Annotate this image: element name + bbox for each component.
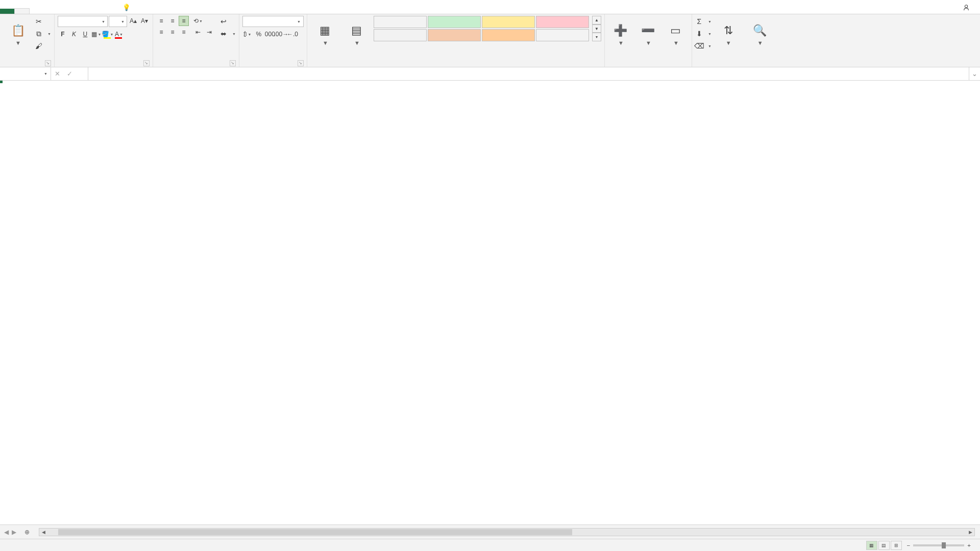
cut-button[interactable]: ✂ [35,16,51,27]
fill-color-button[interactable]: 🪣▼ [103,29,113,39]
table-icon: ▤ [350,23,364,38]
lightbulb-icon: 💡 [122,4,131,11]
font-name-select[interactable]: ▼ [58,16,108,27]
tab-datei[interactable] [0,9,14,14]
share-icon [963,4,970,11]
style-ausgabe[interactable] [374,29,427,41]
sort-icon: ⇅ [721,23,736,38]
group-clipboard: 📋 ▼ ✂ ⧉▼ 🖌 ↘ [0,14,55,67]
sheet-nav-next[interactable]: ▶ [12,529,16,536]
tab-seitenlayout[interactable] [44,9,58,14]
delete-cells-button[interactable]: ➖▼ [635,16,661,54]
formula-bar: ▼ ✕ ✓ ⌄ [0,67,980,81]
worksheet-grid[interactable] [0,81,980,524]
decrease-font-button[interactable]: A▾ [139,16,150,26]
percent-button[interactable]: % [254,29,264,39]
align-left-button[interactable]: ≡ [156,27,166,37]
group-styles: ▦▼ ▤▼ ▲ ▼ ▾ [307,14,605,67]
view-normal-button[interactable]: ▦ [866,541,877,550]
decrease-indent-button[interactable]: ⇤ [193,27,203,37]
dialog-launcher-icon[interactable]: ↘ [143,60,150,66]
sheet-nav-prev[interactable]: ◀ [4,529,9,536]
insert-cells-button[interactable]: ➕▼ [608,16,633,54]
paste-button[interactable]: 📋 ▼ [3,16,33,54]
style-erklaerend[interactable] [536,29,589,41]
currency-button[interactable]: ₿▼ [242,29,253,39]
style-berechnung[interactable] [428,29,481,41]
horizontal-scrollbar[interactable]: ◀ ▶ [39,528,975,536]
clear-button[interactable]: ⌫▼ [695,40,712,52]
fill-button[interactable]: ⬇▼ [695,28,712,39]
tab-einfuegen[interactable] [30,9,44,14]
tab-ansicht[interactable] [101,9,115,14]
group-alignment: ≡ ≡ ≡ ⟲▼ ≡ ≡ ≡ ⇤ ⇥ ↩ ⬌▼ ↘ [153,14,239,67]
zoom-in-button[interactable]: + [967,542,971,548]
accept-formula-button[interactable]: ✓ [63,70,76,78]
align-top-button[interactable]: ≡ [156,16,166,26]
fill-icon: ⬇ [695,30,703,38]
scroll-thumb[interactable] [58,529,573,535]
find-select-button[interactable]: 🔍▼ [745,16,775,54]
font-size-select[interactable]: ▼ [109,16,127,27]
gallery-down-button[interactable]: ▼ [592,24,601,33]
font-color-button[interactable]: A▼ [114,29,124,39]
zoom-slider[interactable] [913,544,964,546]
increase-decimal-button[interactable]: .00→ [276,29,286,39]
dialog-launcher-icon[interactable]: ↘ [298,60,304,66]
view-pagebreak-button[interactable]: ⊞ [891,541,902,550]
number-format-select[interactable]: ▼ [242,16,304,27]
border-button[interactable]: ▦▼ [91,29,102,39]
expand-formula-button[interactable]: ⌄ [969,67,980,80]
merge-center-button[interactable]: ⬌▼ [219,28,236,39]
add-sheet-button[interactable]: ⊕ [20,525,34,539]
scroll-left-button[interactable]: ◀ [39,529,47,536]
group-cells: ➕▼ ➖▼ ▭▼ [605,14,692,67]
tell-me-search[interactable]: 💡 [115,1,141,14]
cond-format-icon: ▦ [318,23,332,38]
merge-icon: ⬌ [219,30,228,38]
align-right-button[interactable]: ≡ [179,27,189,37]
name-box[interactable]: ▼ [0,67,51,80]
decrease-decimal-button[interactable]: ←.0 [287,29,298,39]
tab-daten[interactable] [72,9,87,14]
orientation-button[interactable]: ⟲▼ [193,16,203,26]
gallery-more-button[interactable]: ▾ [592,33,601,41]
zoom-out-button[interactable]: − [907,542,911,548]
italic-button[interactable]: K [69,29,79,39]
copy-icon: ⧉ [35,30,43,38]
autosum-button[interactable]: Σ▼ [695,16,712,27]
view-layout-button[interactable]: ▤ [878,541,890,550]
increase-indent-button[interactable]: ⇥ [204,27,214,37]
formula-input[interactable] [88,67,969,80]
active-cell-outline [0,81,2,83]
align-middle-button[interactable]: ≡ [167,16,178,26]
tab-ueberpruefen[interactable] [87,9,101,14]
tab-formeln[interactable] [58,9,72,14]
format-cells-button[interactable]: ▭▼ [663,16,689,54]
wrap-text-button[interactable]: ↩ [219,16,236,27]
tab-start[interactable] [14,8,30,14]
format-painter-button[interactable]: 🖌 [35,40,51,52]
share-button[interactable] [955,2,980,14]
style-gut[interactable] [428,16,481,28]
format-as-table-button[interactable]: ▤▼ [342,16,372,54]
cancel-formula-button[interactable]: ✕ [51,70,63,78]
align-center-button[interactable]: ≡ [167,27,178,37]
style-neutral[interactable] [482,16,535,28]
align-bottom-button[interactable]: ≡ [179,16,189,26]
sort-filter-button[interactable]: ⇅▼ [714,16,743,54]
style-schlecht[interactable] [536,16,589,28]
bold-button[interactable]: F [58,29,68,39]
scroll-right-button[interactable]: ▶ [966,529,974,536]
copy-button[interactable]: ⧉▼ [35,28,51,39]
dialog-launcher-icon[interactable]: ↘ [230,60,236,66]
style-eingabe[interactable] [482,29,535,41]
style-standard[interactable] [374,16,427,28]
increase-font-button[interactable]: A▴ [128,16,138,26]
status-bar: ▦ ▤ ⊞ − + [0,539,980,551]
underline-button[interactable]: U [80,29,90,39]
dialog-launcher-icon[interactable]: ↘ [45,60,51,66]
gallery-up-button[interactable]: ▲ [592,16,601,24]
conditional-formatting-button[interactable]: ▦▼ [310,16,340,54]
title-tabs: 💡 [0,0,980,14]
